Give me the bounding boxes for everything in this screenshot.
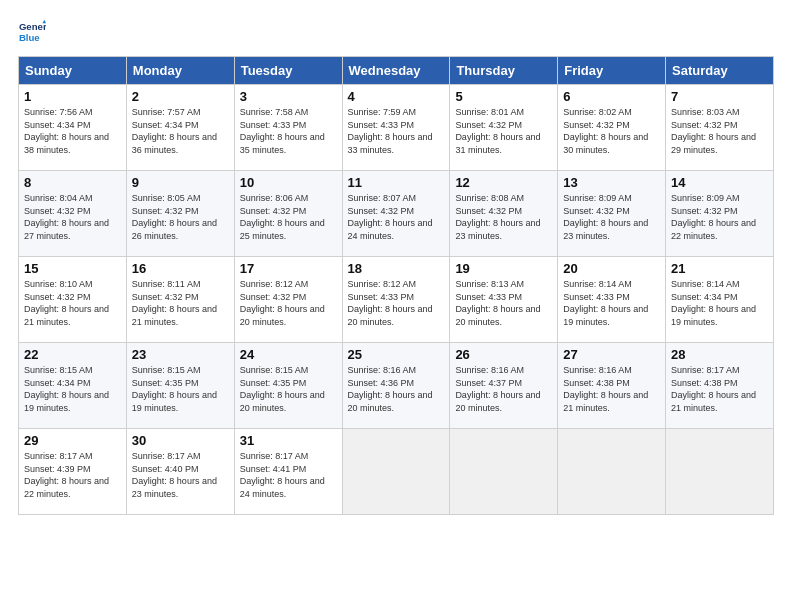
calendar-cell: 7Sunrise: 8:03 AMSunset: 4:32 PMDaylight…	[666, 85, 774, 171]
cell-content: Sunrise: 8:09 AMSunset: 4:32 PMDaylight:…	[563, 193, 648, 241]
cell-content: Sunrise: 8:11 AMSunset: 4:32 PMDaylight:…	[132, 279, 217, 327]
calendar-cell: 28Sunrise: 8:17 AMSunset: 4:38 PMDayligh…	[666, 343, 774, 429]
cell-content: Sunrise: 7:59 AMSunset: 4:33 PMDaylight:…	[348, 107, 433, 155]
calendar-cell: 2Sunrise: 7:57 AMSunset: 4:34 PMDaylight…	[126, 85, 234, 171]
calendar-cell: 12Sunrise: 8:08 AMSunset: 4:32 PMDayligh…	[450, 171, 558, 257]
day-number: 3	[240, 89, 337, 104]
day-number: 14	[671, 175, 768, 190]
calendar-cell: 31Sunrise: 8:17 AMSunset: 4:41 PMDayligh…	[234, 429, 342, 515]
day-number: 17	[240, 261, 337, 276]
calendar-cell: 4Sunrise: 7:59 AMSunset: 4:33 PMDaylight…	[342, 85, 450, 171]
calendar-cell: 26Sunrise: 8:16 AMSunset: 4:37 PMDayligh…	[450, 343, 558, 429]
col-header-friday: Friday	[558, 57, 666, 85]
cell-content: Sunrise: 7:56 AMSunset: 4:34 PMDaylight:…	[24, 107, 109, 155]
calendar-cell	[342, 429, 450, 515]
calendar-body: 1Sunrise: 7:56 AMSunset: 4:34 PMDaylight…	[19, 85, 774, 515]
week-row-4: 22Sunrise: 8:15 AMSunset: 4:34 PMDayligh…	[19, 343, 774, 429]
cell-content: Sunrise: 8:15 AMSunset: 4:35 PMDaylight:…	[132, 365, 217, 413]
day-number: 4	[348, 89, 445, 104]
day-number: 16	[132, 261, 229, 276]
day-number: 1	[24, 89, 121, 104]
day-number: 22	[24, 347, 121, 362]
col-header-wednesday: Wednesday	[342, 57, 450, 85]
cell-content: Sunrise: 8:16 AMSunset: 4:36 PMDaylight:…	[348, 365, 433, 413]
col-header-saturday: Saturday	[666, 57, 774, 85]
day-number: 6	[563, 89, 660, 104]
calendar-header-row: SundayMondayTuesdayWednesdayThursdayFrid…	[19, 57, 774, 85]
calendar-cell: 18Sunrise: 8:12 AMSunset: 4:33 PMDayligh…	[342, 257, 450, 343]
cell-content: Sunrise: 8:13 AMSunset: 4:33 PMDaylight:…	[455, 279, 540, 327]
calendar-cell: 1Sunrise: 7:56 AMSunset: 4:34 PMDaylight…	[19, 85, 127, 171]
logo: General Blue	[18, 18, 46, 46]
calendar-table: SundayMondayTuesdayWednesdayThursdayFrid…	[18, 56, 774, 515]
day-number: 25	[348, 347, 445, 362]
day-number: 8	[24, 175, 121, 190]
calendar-cell: 29Sunrise: 8:17 AMSunset: 4:39 PMDayligh…	[19, 429, 127, 515]
calendar-cell: 24Sunrise: 8:15 AMSunset: 4:35 PMDayligh…	[234, 343, 342, 429]
calendar-page: General Blue SundayMondayTuesdayWednesda…	[0, 0, 792, 525]
calendar-cell: 3Sunrise: 7:58 AMSunset: 4:33 PMDaylight…	[234, 85, 342, 171]
cell-content: Sunrise: 7:58 AMSunset: 4:33 PMDaylight:…	[240, 107, 325, 155]
cell-content: Sunrise: 8:09 AMSunset: 4:32 PMDaylight:…	[671, 193, 756, 241]
col-header-monday: Monday	[126, 57, 234, 85]
week-row-5: 29Sunrise: 8:17 AMSunset: 4:39 PMDayligh…	[19, 429, 774, 515]
day-number: 19	[455, 261, 552, 276]
cell-content: Sunrise: 8:17 AMSunset: 4:41 PMDaylight:…	[240, 451, 325, 499]
calendar-cell: 9Sunrise: 8:05 AMSunset: 4:32 PMDaylight…	[126, 171, 234, 257]
calendar-cell: 6Sunrise: 8:02 AMSunset: 4:32 PMDaylight…	[558, 85, 666, 171]
week-row-2: 8Sunrise: 8:04 AMSunset: 4:32 PMDaylight…	[19, 171, 774, 257]
calendar-cell: 16Sunrise: 8:11 AMSunset: 4:32 PMDayligh…	[126, 257, 234, 343]
day-number: 30	[132, 433, 229, 448]
svg-text:Blue: Blue	[19, 32, 40, 43]
calendar-cell: 23Sunrise: 8:15 AMSunset: 4:35 PMDayligh…	[126, 343, 234, 429]
calendar-cell: 20Sunrise: 8:14 AMSunset: 4:33 PMDayligh…	[558, 257, 666, 343]
logo-icon: General Blue	[18, 18, 46, 46]
day-number: 13	[563, 175, 660, 190]
cell-content: Sunrise: 8:17 AMSunset: 4:39 PMDaylight:…	[24, 451, 109, 499]
cell-content: Sunrise: 8:10 AMSunset: 4:32 PMDaylight:…	[24, 279, 109, 327]
cell-content: Sunrise: 8:14 AMSunset: 4:34 PMDaylight:…	[671, 279, 756, 327]
day-number: 29	[24, 433, 121, 448]
day-number: 5	[455, 89, 552, 104]
calendar-cell: 25Sunrise: 8:16 AMSunset: 4:36 PMDayligh…	[342, 343, 450, 429]
calendar-cell: 21Sunrise: 8:14 AMSunset: 4:34 PMDayligh…	[666, 257, 774, 343]
calendar-cell: 15Sunrise: 8:10 AMSunset: 4:32 PMDayligh…	[19, 257, 127, 343]
day-number: 23	[132, 347, 229, 362]
day-number: 21	[671, 261, 768, 276]
calendar-cell: 8Sunrise: 8:04 AMSunset: 4:32 PMDaylight…	[19, 171, 127, 257]
day-number: 18	[348, 261, 445, 276]
cell-content: Sunrise: 8:01 AMSunset: 4:32 PMDaylight:…	[455, 107, 540, 155]
calendar-cell: 5Sunrise: 8:01 AMSunset: 4:32 PMDaylight…	[450, 85, 558, 171]
col-header-sunday: Sunday	[19, 57, 127, 85]
col-header-thursday: Thursday	[450, 57, 558, 85]
cell-content: Sunrise: 8:06 AMSunset: 4:32 PMDaylight:…	[240, 193, 325, 241]
day-number: 31	[240, 433, 337, 448]
day-number: 11	[348, 175, 445, 190]
day-number: 26	[455, 347, 552, 362]
week-row-3: 15Sunrise: 8:10 AMSunset: 4:32 PMDayligh…	[19, 257, 774, 343]
cell-content: Sunrise: 8:17 AMSunset: 4:40 PMDaylight:…	[132, 451, 217, 499]
day-number: 15	[24, 261, 121, 276]
cell-content: Sunrise: 8:16 AMSunset: 4:38 PMDaylight:…	[563, 365, 648, 413]
day-number: 27	[563, 347, 660, 362]
day-number: 7	[671, 89, 768, 104]
cell-content: Sunrise: 8:14 AMSunset: 4:33 PMDaylight:…	[563, 279, 648, 327]
cell-content: Sunrise: 7:57 AMSunset: 4:34 PMDaylight:…	[132, 107, 217, 155]
cell-content: Sunrise: 8:02 AMSunset: 4:32 PMDaylight:…	[563, 107, 648, 155]
cell-content: Sunrise: 8:15 AMSunset: 4:34 PMDaylight:…	[24, 365, 109, 413]
calendar-cell: 14Sunrise: 8:09 AMSunset: 4:32 PMDayligh…	[666, 171, 774, 257]
cell-content: Sunrise: 8:16 AMSunset: 4:37 PMDaylight:…	[455, 365, 540, 413]
cell-content: Sunrise: 8:07 AMSunset: 4:32 PMDaylight:…	[348, 193, 433, 241]
calendar-cell: 11Sunrise: 8:07 AMSunset: 4:32 PMDayligh…	[342, 171, 450, 257]
calendar-cell: 17Sunrise: 8:12 AMSunset: 4:32 PMDayligh…	[234, 257, 342, 343]
calendar-cell: 10Sunrise: 8:06 AMSunset: 4:32 PMDayligh…	[234, 171, 342, 257]
cell-content: Sunrise: 8:03 AMSunset: 4:32 PMDaylight:…	[671, 107, 756, 155]
calendar-cell: 30Sunrise: 8:17 AMSunset: 4:40 PMDayligh…	[126, 429, 234, 515]
calendar-cell: 27Sunrise: 8:16 AMSunset: 4:38 PMDayligh…	[558, 343, 666, 429]
cell-content: Sunrise: 8:12 AMSunset: 4:32 PMDaylight:…	[240, 279, 325, 327]
cell-content: Sunrise: 8:05 AMSunset: 4:32 PMDaylight:…	[132, 193, 217, 241]
calendar-cell: 19Sunrise: 8:13 AMSunset: 4:33 PMDayligh…	[450, 257, 558, 343]
day-number: 2	[132, 89, 229, 104]
cell-content: Sunrise: 8:04 AMSunset: 4:32 PMDaylight:…	[24, 193, 109, 241]
calendar-cell: 13Sunrise: 8:09 AMSunset: 4:32 PMDayligh…	[558, 171, 666, 257]
